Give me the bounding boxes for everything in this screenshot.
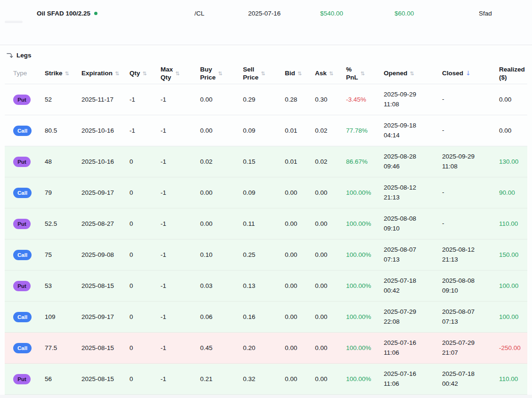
cell-max-qty: -1: [161, 158, 200, 165]
cell-max-qty: -1: [161, 96, 200, 103]
cell-closed: 2025-09-29 11:08: [442, 152, 499, 172]
status-dot-icon: [94, 12, 97, 15]
table-row[interactable]: Call752025-09-080-10.100.250.000.00100.0…: [5, 239, 527, 271]
placeholder-bar: [5, 21, 23, 23]
table-row[interactable]: Put482025-10-160-10.020.150.010.0286.67%…: [5, 146, 527, 177]
cell-max-qty: -1: [161, 189, 200, 196]
position-title: Oil SFAD 100/2.25: [37, 10, 97, 17]
sort-toggle-icon[interactable]: ⇅: [175, 71, 179, 77]
sort-toggle-icon[interactable]: ⇅: [298, 71, 302, 77]
type-badge: Put: [13, 219, 31, 229]
cell-expiration: 2025-09-08: [81, 251, 129, 258]
cell-type: Call: [13, 312, 45, 322]
position-summary-bar[interactable]: Oil SFAD 100/2.25 /CL 2025-07-16 $540.00…: [0, 0, 532, 45]
cell-strike: 75: [45, 251, 81, 258]
cell-type: Call: [13, 126, 45, 136]
cell-realized: 100.00: [499, 282, 527, 289]
column-label-expiration: Expiration: [81, 70, 113, 78]
cell-max-qty: -1: [161, 282, 200, 289]
cell-qty: 0: [129, 344, 161, 351]
cell-strike: 48: [45, 158, 81, 165]
table-row[interactable]: Call77.52025-08-150-10.450.200.000.00100…: [5, 333, 527, 364]
legs-table: TypeStrike⇅Expiration⇅Qty⇅Max Qty⇅Buy Pr…: [5, 64, 527, 395]
column-header-qty[interactable]: Qty⇅: [129, 70, 161, 78]
column-header-closed[interactable]: Closed↓: [442, 70, 499, 78]
column-header-realized: Realized ($): [499, 66, 527, 82]
type-badge: Put: [13, 281, 31, 291]
cell-max-qty: -1: [161, 220, 200, 227]
legs-section: Legs TypeStrike⇅Expiration⇅Qty⇅Max Qty⇅B…: [0, 45, 532, 395]
column-label-bid: Bid: [285, 70, 295, 78]
sort-toggle-icon[interactable]: ⇅: [218, 71, 222, 77]
sort-toggle-icon[interactable]: ⇅: [143, 71, 147, 77]
position-secondary-value: $60.00: [395, 10, 414, 17]
table-row[interactable]: Put532025-08-150-10.030.130.000.00100.00…: [5, 271, 527, 302]
column-label-max-qty: Max Qty: [161, 66, 173, 82]
sort-toggle-icon[interactable]: ⇅: [115, 71, 119, 77]
column-header-bid[interactable]: Bid⇅: [285, 70, 315, 78]
cell-ask: 0.00: [315, 344, 346, 351]
cell-max-qty: -1: [161, 251, 200, 258]
cell-opened: 2025-08-08 09:10: [384, 214, 442, 234]
cell-qty: 0: [129, 282, 161, 289]
sort-toggle-icon[interactable]: ⇅: [410, 71, 414, 77]
cell-strike: 56: [45, 375, 81, 382]
cell-max-qty: -1: [161, 375, 200, 382]
sort-toggle-icon[interactable]: ⇅: [65, 71, 69, 77]
cell-strike: 109: [45, 313, 81, 320]
strategy-name: Sfad: [479, 10, 492, 17]
column-label-qty: Qty: [129, 70, 140, 78]
sort-toggle-icon[interactable]: ⇅: [329, 71, 333, 77]
column-header-pnl[interactable]: % PnL⇅: [346, 66, 384, 82]
cell-closed: -: [442, 95, 499, 104]
table-row[interactable]: Put562025-08-150-10.210.320.000.00100.00…: [5, 364, 527, 395]
column-label-realized: Realized ($): [499, 66, 525, 82]
cell-ask: 0.02: [315, 158, 346, 165]
cell-buy-price: 0.00: [200, 96, 243, 103]
cell-sell-price: 0.15: [243, 158, 285, 165]
cell-closed: 2025-07-18 00:42: [442, 369, 499, 389]
column-header-strike[interactable]: Strike⇅: [45, 70, 81, 78]
sort-toggle-icon[interactable]: ⇅: [261, 71, 265, 77]
cell-bid: 0.01: [285, 158, 315, 165]
type-badge: Call: [13, 126, 32, 136]
table-header-row: TypeStrike⇅Expiration⇅Qty⇅Max Qty⇅Buy Pr…: [5, 64, 527, 84]
cell-sell-price: 0.20: [243, 344, 285, 351]
cell-qty: 0: [129, 189, 161, 196]
cell-ask: 0.00: [315, 282, 346, 289]
column-label-type: Type: [13, 70, 27, 78]
cell-max-qty: -1: [161, 127, 200, 134]
table-row[interactable]: Call1092025-09-170-10.060.160.000.00100.…: [5, 302, 527, 333]
cell-strike: 52.5: [45, 220, 81, 227]
cell-expiration: 2025-08-15: [81, 344, 129, 351]
cell-strike: 79: [45, 189, 81, 196]
table-row[interactable]: Put522025-11-17-1-10.000.290.280.30-3.45…: [5, 84, 527, 115]
sort-desc-icon[interactable]: ↓: [466, 70, 471, 77]
position-date: 2025-07-16: [248, 10, 281, 17]
column-header-buy-price[interactable]: Buy Price⇅: [200, 66, 243, 82]
legs-section-header: Legs: [0, 45, 532, 64]
sort-toggle-icon[interactable]: ⇅: [361, 71, 365, 77]
cell-pnl: 86.67%: [346, 158, 384, 165]
column-header-expiration[interactable]: Expiration⇅: [81, 70, 129, 78]
column-header-sell-price[interactable]: Sell Price⇅: [243, 66, 285, 82]
underlying-symbol: /CL: [194, 10, 204, 17]
cell-buy-price: 0.10: [200, 251, 243, 258]
table-row[interactable]: Put52.52025-08-270-10.000.110.000.00100.…: [5, 208, 527, 239]
cell-buy-price: 0.45: [200, 344, 243, 351]
column-header-max-qty[interactable]: Max Qty⇅: [161, 66, 200, 82]
table-row[interactable]: Call80.52025-10-16-1-10.000.090.010.0277…: [5, 115, 527, 146]
column-header-ask[interactable]: Ask⇅: [315, 70, 346, 78]
cell-ask: 0.00: [315, 313, 346, 320]
cell-expiration: 2025-08-15: [81, 375, 129, 382]
cell-strike: 52: [45, 96, 81, 103]
column-header-opened[interactable]: Opened⇅: [384, 70, 442, 78]
cell-pnl: 100.00%: [346, 251, 384, 258]
cell-pnl: 100.00%: [346, 375, 384, 382]
corner-right-down-icon: [6, 52, 13, 59]
cell-qty: -1: [129, 127, 161, 134]
table-row[interactable]: Call792025-09-170-10.000.090.000.00100.0…: [5, 177, 527, 208]
cell-buy-price: 0.00: [200, 220, 243, 227]
cell-bid: 0.00: [285, 251, 315, 258]
column-label-opened: Opened: [384, 70, 407, 78]
